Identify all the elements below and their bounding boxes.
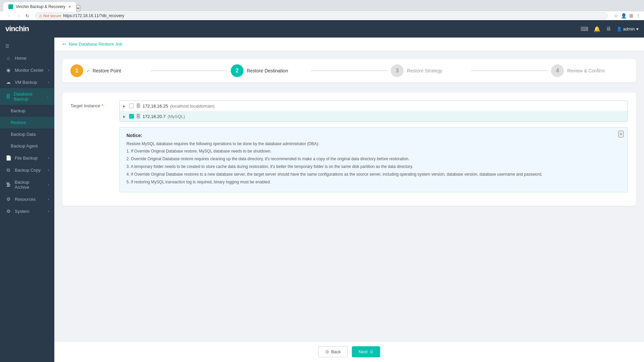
backup-copy-icon: ⧉ [5, 167, 11, 173]
database-backup-icon: 🗄 [5, 94, 10, 99]
monitor-icon[interactable]: 🖥 [606, 26, 611, 32]
sidebar-label-backup-archive: Backup Archive [15, 180, 45, 190]
back-nav-button[interactable]: ← [5, 12, 13, 19]
sidebar-label-backup-agent: Backup Agent [11, 143, 38, 148]
chevron-file-backup: ‹ [48, 156, 49, 160]
sidebar-item-backup-copy[interactable]: ⧉ Backup Copy ‹ [0, 164, 54, 176]
db-icon-1: 🗄 [136, 103, 141, 109]
target-instance-label: Target Instance * [70, 101, 114, 108]
browser-tabs: Vinchin Backup & Recovery ✕ + [0, 0, 644, 11]
sidebar-item-system[interactable]: ⚙ System ‹ [0, 205, 54, 217]
instance-suffix-2: (MySQL) [168, 114, 185, 119]
tab-favicon [8, 4, 13, 9]
not-secure-indicator: ⚠ Not secure [39, 14, 61, 18]
db-icon-2: 🗄 [136, 114, 141, 119]
sidebar-item-resources[interactable]: ⚙ Resources ‹ [0, 193, 54, 205]
warning-icon: ⚠ [39, 14, 42, 18]
wizard-step-3: 3 Restore Strategy [391, 64, 468, 77]
sidebar-label-backup-data: Backup Data [11, 132, 36, 137]
sidebar-item-vm-backup[interactable]: ☁ VM Backup ‹ [0, 76, 54, 88]
step-label-3: Restore Strategy [407, 68, 442, 73]
logo-vin: vin [5, 24, 15, 33]
step-circle-4: 4 [551, 64, 564, 77]
target-instance-row: Target Instance * ▶ 🗄 172.18.16.25 [70, 101, 628, 192]
notice-close-button[interactable]: ✕ [618, 131, 624, 137]
content-header: ↩ New Database Restore Job [54, 38, 644, 51]
step-connector-1-2 [151, 70, 227, 71]
instance-tree: ▶ 🗄 172.18.16.25 (localhost.localdomain)… [119, 101, 628, 122]
sidebar-item-backup[interactable]: Backup [0, 105, 54, 117]
sidebar-label-system: System [15, 209, 29, 214]
tab-close-button[interactable]: ✕ [68, 5, 71, 9]
step-label-1: ✓ Restore Point [87, 68, 121, 73]
back-icon: ⊙ [325, 349, 329, 354]
reload-button[interactable]: ↻ [24, 13, 31, 19]
required-marker: * [102, 103, 103, 108]
notice-item-3: 3. A temporary folder needs to be create… [126, 164, 621, 170]
instance-row-2[interactable]: ▶ ✓ 🗄 172.18.20.7 (MySQL) [120, 111, 628, 121]
notice-intro: Restore MySQL database requires the foll… [126, 141, 621, 146]
chevron-system: ‹ [48, 209, 49, 213]
instance-suffix-1: (localhost.localdomain) [170, 104, 215, 109]
instance-row-1[interactable]: ▶ 🗄 172.18.16.25 (localhost.localdomain) [120, 101, 628, 111]
chevron-vm-backup: ‹ [48, 80, 49, 84]
notice-item-5: 5. If restoring MySQL transaction log is… [126, 179, 621, 185]
active-tab[interactable]: Vinchin Backup & Recovery ✕ [3, 2, 76, 11]
home-icon: ⌂ [5, 55, 11, 61]
sidebar-label-vm-backup: VM Backup [15, 80, 37, 85]
notice-item-4: 4. If Override Original Database restore… [126, 171, 621, 177]
step-connector-2-3 [311, 70, 388, 71]
new-tab-button[interactable]: + [76, 5, 80, 11]
sidebar-item-database-backup[interactable]: 🗄 Database Backup ⌄ [0, 88, 54, 105]
breadcrumb-text: New Database Restore Job [69, 42, 122, 47]
browser-actions: ☆ 👤 ⊞ ⋮ [614, 13, 641, 18]
user-menu[interactable]: 👤 admin ▾ [616, 26, 639, 32]
sidebar-toggle[interactable]: ☰ [0, 40, 54, 52]
keyboard-icon[interactable]: ⌨ [581, 26, 588, 32]
sidebar-item-file-backup[interactable]: 📄 File Backup ‹ [0, 152, 54, 164]
sidebar-label-backup-copy: Backup Copy [15, 168, 41, 173]
wizard-step-2: 2 Restore Destination [231, 64, 308, 77]
instance-checkbox-2[interactable]: ✓ [129, 114, 134, 119]
profile-button[interactable]: 👤 [621, 13, 627, 18]
main-content: ↩ New Database Restore Job 1 ✓ Restore P… [54, 38, 644, 362]
sidebar-item-home[interactable]: ⌂ Home [0, 52, 54, 64]
page-footer: ⊙ Back Next ⊙ [54, 341, 644, 362]
chevron-backup-archive: ‹ [48, 183, 49, 187]
sidebar-item-restore[interactable]: Restore [0, 117, 54, 128]
bell-icon[interactable]: 🔔 [594, 26, 600, 32]
chevron-database-backup: ⌄ [46, 95, 49, 99]
browser-chrome: Vinchin Backup & Recovery ✕ + ← → ↻ ⚠ No… [0, 0, 644, 20]
url-bar[interactable]: ⚠ Not secure https://172.18.16.11/?db_re… [35, 12, 608, 19]
notice-item-2: 2. Override Original Database restore re… [126, 156, 621, 162]
sidebar-item-backup-data[interactable]: Backup Data [0, 128, 54, 140]
expand-arrow-1: ▶ [123, 104, 126, 108]
step-label-4: Review & Confirm [567, 68, 605, 73]
chevron-backup-copy: ‹ [48, 168, 49, 172]
bookmark-button[interactable]: ☆ [614, 13, 618, 18]
forward-nav-button[interactable]: → [15, 12, 22, 19]
instance-ip-1: 172.18.16.25 [143, 104, 168, 109]
step-number-3: 3 [396, 68, 399, 74]
logo-chin: chin [15, 24, 29, 33]
next-button[interactable]: Next ⊙ [352, 346, 380, 357]
menu-button[interactable]: ⋮ [636, 13, 641, 18]
address-bar-row: ← → ↻ ⚠ Not secure https://172.18.16.11/… [0, 11, 644, 20]
sidebar-item-backup-agent[interactable]: Backup Agent [0, 140, 54, 152]
browser-nav: ← → ↻ [3, 12, 33, 19]
sidebar-item-monitor[interactable]: ◉ Monitor Center ‹ [0, 64, 54, 76]
back-button[interactable]: ⊙ Back [318, 346, 348, 357]
tab-title: Vinchin Backup & Recovery [16, 4, 65, 9]
sidebar-label-database-backup: Database Backup [14, 92, 43, 102]
next-label: Next [359, 349, 368, 354]
sidebar-label-file-backup: File Backup [15, 156, 38, 161]
sidebar-label-resources: Resources [15, 197, 36, 202]
extensions-button[interactable]: ⊞ [629, 13, 633, 18]
sidebar-item-backup-archive[interactable]: 🗜 Backup Archive ‹ [0, 176, 54, 193]
wizard-steps: 1 ✓ Restore Point 2 [62, 59, 636, 82]
vm-backup-icon: ☁ [5, 79, 11, 85]
step-circle-1: 1 [70, 64, 83, 77]
instance-checkbox-1[interactable] [129, 104, 134, 108]
monitor-center-icon: ◉ [5, 67, 11, 73]
step-check-1: ✓ [87, 69, 90, 73]
